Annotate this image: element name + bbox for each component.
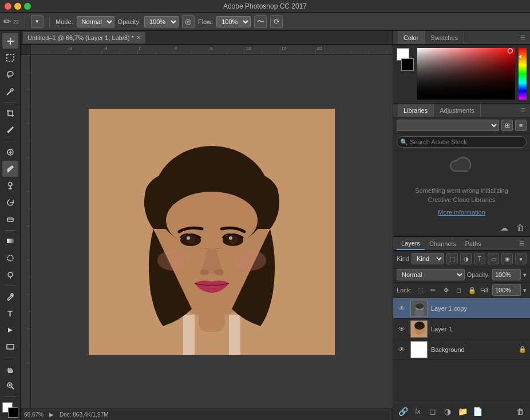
- minimize-button[interactable]: [14, 3, 21, 10]
- channels-tab[interactable]: Channels: [425, 237, 460, 250]
- libraries-toolbar: ⊞ ≡: [393, 117, 530, 134]
- toggle-filter-btn[interactable]: ●: [515, 253, 527, 264]
- svg-text:8: 8: [210, 46, 213, 51]
- smoothing-toggle[interactable]: 〜: [254, 15, 267, 28]
- hand-tool[interactable]: [2, 361, 18, 377]
- lock-position-btn[interactable]: ✥: [441, 285, 451, 295]
- airbrush-toggle[interactable]: ◎: [182, 15, 195, 28]
- opacity-label: Opacity:: [467, 271, 490, 278]
- paths-tab[interactable]: Paths: [461, 237, 486, 250]
- angle-toggle[interactable]: ⟳: [270, 15, 283, 28]
- brush-tool[interactable]: [2, 161, 18, 176]
- path-selection-tool[interactable]: [2, 322, 18, 338]
- layers-lock-row: Lock: ⬚ ✏ ✥ ◻ 🔒 Fill: ▾: [393, 283, 530, 298]
- blur-tool[interactable]: [2, 250, 18, 266]
- pen-tool[interactable]: [2, 289, 18, 304]
- eraser-tool[interactable]: [2, 211, 18, 227]
- history-brush-tool[interactable]: [2, 195, 18, 210]
- svg-point-10: [7, 171, 9, 173]
- background-swatch[interactable]: [401, 58, 414, 71]
- lock-pixels-btn[interactable]: ✏: [428, 285, 438, 295]
- canvas-container[interactable]: [89, 109, 335, 355]
- opacity-input[interactable]: [492, 269, 521, 280]
- window-controls[interactable]: [5, 3, 31, 10]
- libraries-search-input[interactable]: [397, 136, 527, 148]
- lock-transparent-btn[interactable]: ⬚: [415, 285, 425, 295]
- eyedropper-tool[interactable]: [2, 122, 18, 138]
- layer-visibility-toggle[interactable]: 👁: [397, 303, 407, 314]
- layer-visibility-toggle[interactable]: 👁: [397, 324, 407, 334]
- marquee-tool[interactable]: [2, 50, 18, 65]
- gradient-tool[interactable]: [2, 233, 18, 249]
- doc-tab-close[interactable]: ✕: [136, 34, 141, 41]
- lasso-tool[interactable]: [2, 67, 18, 82]
- list-view-btn[interactable]: ≡: [515, 120, 527, 131]
- libraries-error-text: Something went wrong initializing Creati…: [405, 187, 519, 204]
- adjustments-tab[interactable]: Adjustments: [434, 104, 481, 117]
- layer-row[interactable]: 👁 Layer 1: [393, 319, 530, 339]
- mode-select[interactable]: Normal: [77, 16, 114, 27]
- fill-input[interactable]: [492, 284, 521, 296]
- close-button[interactable]: [5, 3, 11, 10]
- magic-wand-tool[interactable]: [2, 84, 18, 99]
- brush-size: 22: [13, 19, 19, 25]
- ruler-corner: [21, 45, 31, 55]
- fill-label: Fill:: [480, 287, 490, 294]
- dodge-tool[interactable]: [2, 267, 18, 282]
- color-panel-menu[interactable]: ☰: [520, 34, 525, 41]
- flow-select[interactable]: 100%: [216, 16, 251, 27]
- type-tool[interactable]: T: [2, 306, 18, 321]
- blend-mode-select[interactable]: Normal: [397, 269, 465, 280]
- filter-type-select[interactable]: Kind: [412, 253, 444, 264]
- cloud-btn[interactable]: ☁: [498, 221, 511, 234]
- background-color[interactable]: [8, 407, 18, 418]
- layers-panel-menu[interactable]: ☰: [516, 239, 527, 249]
- document-tab[interactable]: Untitled–1 @ 66,7% (Layer 1, Lab/8) * ✕: [23, 32, 145, 43]
- libraries-dropdown[interactable]: [397, 120, 499, 131]
- type-filter-btn[interactable]: T: [474, 253, 485, 264]
- brush-preset-picker[interactable]: ▾: [31, 15, 43, 28]
- maximize-button[interactable]: [24, 3, 31, 10]
- shape-filter-btn[interactable]: ▭: [488, 253, 499, 264]
- delete-layer-btn[interactable]: 🗑: [514, 405, 527, 418]
- layers-tab[interactable]: Layers: [397, 237, 425, 250]
- lock-artboard-btn[interactable]: ◻: [454, 285, 464, 295]
- move-tool[interactable]: [2, 33, 18, 49]
- opacity-select[interactable]: 100%: [144, 16, 179, 27]
- layer-visibility-toggle[interactable]: 👁: [397, 344, 407, 355]
- layer-mask-btn[interactable]: ◻: [426, 405, 439, 418]
- layer-row[interactable]: 👁 Background 🔒: [393, 339, 530, 360]
- spectrum-gradient[interactable]: [417, 48, 515, 100]
- swatches-tab[interactable]: Swatches: [425, 31, 464, 44]
- zoom-tool[interactable]: [2, 378, 18, 393]
- clone-stamp-tool[interactable]: [2, 178, 18, 193]
- svg-text:0: 0: [139, 46, 142, 51]
- pixel-filter-btn[interactable]: ⬚: [446, 253, 458, 264]
- crop-tool[interactable]: [2, 105, 18, 121]
- new-group-btn[interactable]: 📁: [456, 405, 469, 418]
- color-tab[interactable]: Color: [398, 31, 425, 44]
- layer-row[interactable]: 👁 Layer 1 copy: [393, 298, 530, 319]
- libraries-tab[interactable]: Libraries: [398, 104, 434, 117]
- fg-bg-colors[interactable]: [2, 402, 18, 418]
- hue-bar[interactable]: [519, 48, 527, 100]
- adjustment-layer-btn[interactable]: ◑: [441, 405, 454, 418]
- delete-btn[interactable]: 🗑: [514, 221, 527, 234]
- adjustment-filter-btn[interactable]: ◑: [460, 253, 472, 264]
- fill-arrow[interactable]: ▾: [523, 287, 527, 294]
- lock-all-btn[interactable]: 🔒: [467, 285, 477, 295]
- link-layers-btn[interactable]: 🔗: [397, 405, 409, 418]
- healing-tool[interactable]: [2, 144, 18, 160]
- more-info-link[interactable]: More information: [438, 209, 485, 216]
- canvas-viewport[interactable]: [31, 55, 393, 409]
- fg-bg-color-picker[interactable]: [397, 48, 414, 71]
- new-layer-btn[interactable]: 📄: [471, 405, 484, 418]
- opacity-arrow[interactable]: ▾: [523, 271, 527, 279]
- smart-filter-btn[interactable]: ◉: [501, 253, 513, 264]
- layer-style-btn[interactable]: fx: [412, 405, 424, 418]
- type-icon: T: [7, 309, 13, 318]
- libraries-panel-menu[interactable]: ☰: [520, 107, 525, 113]
- svg-point-96: [215, 270, 224, 275]
- grid-view-btn[interactable]: ⊞: [501, 120, 513, 131]
- rectangle-tool[interactable]: [2, 339, 18, 355]
